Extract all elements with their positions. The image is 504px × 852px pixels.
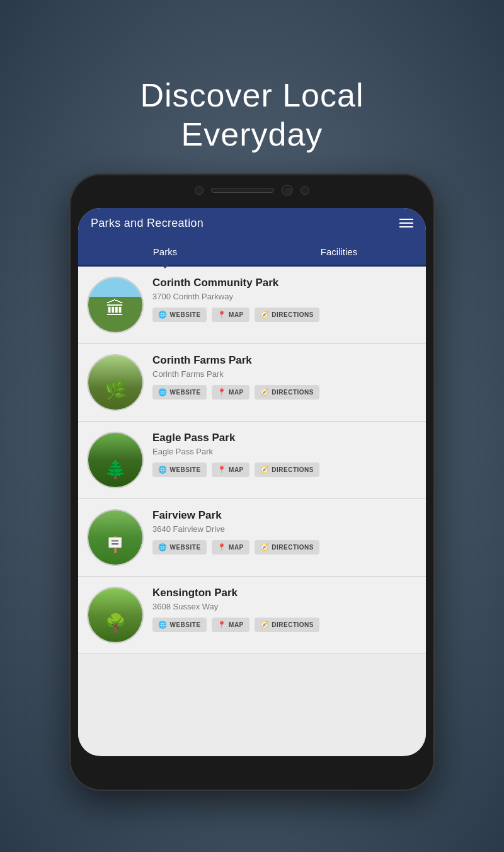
map-button[interactable]: 📍 MAP [212, 385, 249, 400]
avatar [87, 277, 144, 333]
map-label: MAP [229, 389, 244, 396]
speaker-bar [211, 188, 274, 193]
hamburger-line-1 [399, 219, 413, 220]
park-actions: 🌐 WEBSITE 📍 MAP 🧭 DIRECTIONS [152, 540, 417, 555]
park-address: 3608 Sussex Way [152, 602, 417, 611]
park-info-kensington: Kensington Park 3608 Sussex Way 🌐 WEBSIT… [152, 587, 417, 632]
directions-label: DIRECTIONS [272, 389, 314, 396]
park-actions: 🌐 WEBSITE 📍 MAP 🧭 DIRECTIONS [152, 308, 417, 322]
directions-label: DIRECTIONS [272, 466, 314, 473]
park-actions: 🌐 WEBSITE 📍 MAP 🧭 DIRECTIONS [152, 618, 417, 632]
front-camera [282, 185, 293, 196]
avatar [87, 509, 144, 566]
menu-button[interactable] [399, 219, 413, 227]
list-item: Fairview Park 3640 Fairview Drive 🌐 WEBS… [78, 499, 426, 577]
tab-facilities[interactable]: Facilities [252, 239, 426, 265]
map-icon: 📍 [217, 311, 227, 319]
website-button[interactable]: 🌐 WEBSITE [152, 308, 207, 322]
park-image-corinth-farms [88, 355, 142, 410]
headline: Discover Local Everyday [140, 38, 364, 154]
list-item: Corinth Farms Park Corinth Farms Park 🌐 … [78, 344, 426, 422]
directions-label: DIRECTIONS [272, 311, 314, 318]
app-header: Parks and Recreation [78, 208, 426, 239]
park-info-corinth-community: Corinth Community Park 3700 Corinth Park… [152, 277, 417, 322]
tab-parks-label: Parks [153, 246, 177, 257]
directions-button[interactable]: 🧭 DIRECTIONS [255, 463, 319, 477]
directions-button[interactable]: 🧭 DIRECTIONS [255, 540, 319, 555]
avatar [87, 354, 144, 411]
website-icon: 🌐 [158, 543, 168, 551]
directions-label: DIRECTIONS [272, 621, 314, 628]
phone-mockup: Parks and Recreation Parks Facilities [69, 173, 435, 791]
website-button[interactable]: 🌐 WEBSITE [152, 540, 207, 555]
directions-button[interactable]: 🧭 DIRECTIONS [255, 308, 319, 322]
map-button[interactable]: 📍 MAP [212, 463, 249, 477]
map-label: MAP [229, 311, 244, 318]
park-image-fairview [88, 510, 142, 565]
website-icon: 🌐 [158, 466, 168, 474]
directions-icon: 🧭 [260, 388, 270, 396]
directions-label: DIRECTIONS [272, 544, 314, 551]
park-image-eagle-pass [88, 433, 142, 487]
map-button[interactable]: 📍 MAP [212, 540, 249, 555]
park-name: Corinth Farms Park [152, 354, 417, 367]
website-button[interactable]: 🌐 WEBSITE [152, 385, 207, 400]
park-actions: 🌐 WEBSITE 📍 MAP 🧭 DIRECTIONS [152, 385, 417, 400]
tab-facilities-label: Facilities [321, 246, 357, 257]
park-actions: 🌐 WEBSITE 📍 MAP 🧭 DIRECTIONS [152, 463, 417, 477]
website-label: WEBSITE [170, 544, 201, 551]
tab-bar: Parks Facilities [78, 239, 426, 267]
directions-button[interactable]: 🧭 DIRECTIONS [255, 618, 319, 632]
map-icon: 📍 [217, 621, 227, 629]
headline-line2: Everyday [181, 116, 323, 153]
park-info-corinth-farms: Corinth Farms Park Corinth Farms Park 🌐 … [152, 354, 417, 400]
app-title: Parks and Recreation [91, 217, 203, 230]
website-icon: 🌐 [158, 621, 168, 629]
website-icon: 🌐 [158, 388, 168, 396]
park-image-kensington [88, 588, 142, 642]
phone-screen: Parks and Recreation Parks Facilities [78, 208, 426, 756]
map-button[interactable]: 📍 MAP [212, 618, 249, 632]
map-icon: 📍 [217, 466, 227, 474]
park-info-fairview: Fairview Park 3640 Fairview Drive 🌐 WEBS… [152, 509, 417, 555]
directions-icon: 🧭 [260, 466, 270, 474]
map-label: MAP [229, 621, 244, 628]
camera-dot-right [301, 186, 309, 195]
map-icon: 📍 [217, 543, 227, 551]
website-button[interactable]: 🌐 WEBSITE [152, 463, 207, 477]
avatar [87, 587, 144, 643]
map-icon: 📍 [217, 388, 227, 396]
parks-list: Corinth Community Park 3700 Corinth Park… [78, 267, 426, 755]
map-label: MAP [229, 466, 244, 473]
website-label: WEBSITE [170, 311, 201, 318]
park-name: Kensington Park [152, 587, 417, 599]
website-button[interactable]: 🌐 WEBSITE [152, 618, 207, 632]
website-label: WEBSITE [170, 466, 201, 473]
park-image-corinth-community [88, 278, 142, 332]
website-label: WEBSITE [170, 621, 201, 628]
map-button[interactable]: 📍 MAP [212, 308, 249, 322]
hamburger-line-2 [399, 222, 413, 224]
list-item: Corinth Community Park 3700 Corinth Park… [78, 267, 426, 344]
headline-text: Discover Local Everyday [140, 76, 364, 154]
website-label: WEBSITE [170, 389, 201, 396]
directions-icon: 🧭 [260, 621, 270, 629]
list-item: Kensington Park 3608 Sussex Way 🌐 WEBSIT… [78, 577, 426, 654]
park-name: Eagle Pass Park [152, 432, 417, 444]
avatar [87, 432, 144, 488]
phone-camera-bar [195, 185, 309, 196]
map-label: MAP [229, 544, 244, 551]
headline-line1: Discover Local [140, 77, 364, 113]
directions-icon: 🧭 [260, 311, 270, 319]
hamburger-line-3 [399, 226, 413, 227]
tab-parks[interactable]: Parks [78, 239, 252, 265]
website-icon: 🌐 [158, 311, 168, 319]
park-address: 3700 Corinth Parkway [152, 292, 417, 301]
list-item: Eagle Pass Park Eagle Pass Park 🌐 WEBSIT… [78, 422, 426, 499]
park-address: 3640 Fairview Drive [152, 524, 417, 534]
camera-dot-left [195, 186, 203, 195]
park-info-eagle-pass: Eagle Pass Park Eagle Pass Park 🌐 WEBSIT… [152, 432, 417, 477]
directions-button[interactable]: 🧭 DIRECTIONS [255, 385, 319, 400]
park-name: Corinth Community Park [152, 277, 417, 289]
directions-icon: 🧭 [260, 543, 270, 551]
